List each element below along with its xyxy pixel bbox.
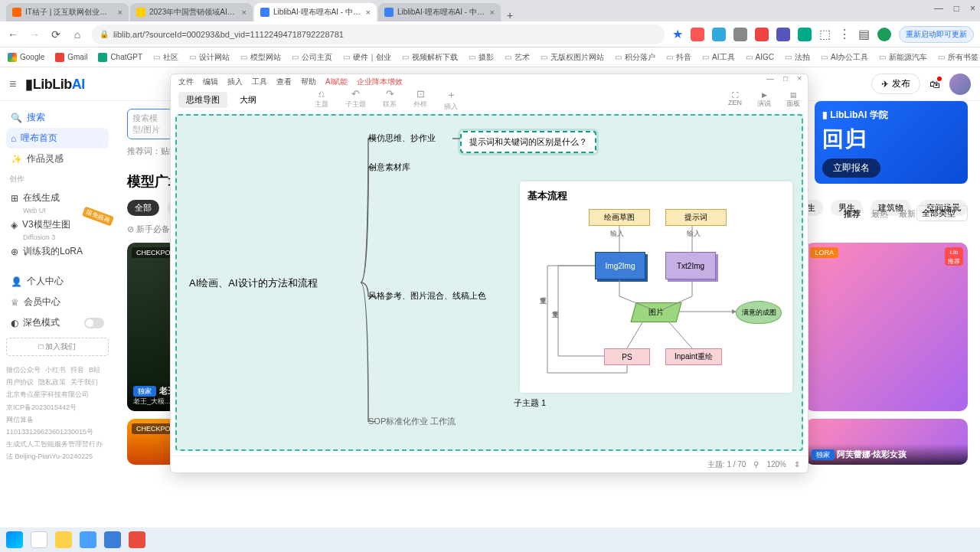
find-icon[interactable]: ⚲ (753, 460, 759, 469)
tool-zen[interactable]: ⛶ZEN (728, 91, 742, 109)
user-avatar[interactable] (949, 73, 971, 95)
mm-branch-node[interactable]: 风格参考、图片混合、线稿上色 (368, 290, 486, 302)
menu-edit[interactable]: 编辑 (203, 77, 218, 87)
footer-link[interactable]: 用户协议 (6, 378, 34, 386)
close-icon[interactable]: × (366, 8, 371, 17)
browser-tab-active[interactable]: LiblibAI·哩布哩布AI - 中国领...× (254, 3, 377, 21)
flow-box-inpaint[interactable]: Inpaint重绘 (665, 348, 722, 365)
extension-icon[interactable] (776, 28, 790, 41)
promo-banner[interactable]: ▮ LibLibAI 学院 回归 立即报名 (815, 101, 968, 184)
search-input[interactable]: 搜索模型/图片 (127, 109, 173, 139)
model-card[interactable]: LORA Lib 推荐 (805, 243, 968, 411)
maximize-icon[interactable]: □ (954, 3, 959, 14)
sidebar-v3[interactable]: ◈ V3模型生图限免插画 (6, 214, 109, 235)
publish-button[interactable]: ✈ 发布 (871, 73, 920, 94)
mm-editing-node[interactable]: 提示词和关键词的区别是什么？ (460, 131, 596, 153)
close-icon[interactable]: × (490, 8, 495, 17)
browser-tab[interactable]: LiblibAI·哩布哩布AI - 中国领...× (378, 3, 501, 21)
maximize-icon[interactable]: □ (783, 74, 788, 83)
forward-icon[interactable]: → (28, 28, 41, 41)
taskbar-app-icon[interactable] (104, 531, 121, 548)
bookmark-folder[interactable]: AI工具 (702, 52, 734, 63)
sidebar-lora[interactable]: ⊕ 训练我的LoRA (6, 241, 109, 262)
sidebar-darkmode[interactable]: ◐ 深色模式 (6, 312, 109, 333)
tab-mindmap[interactable]: 思维导图 (178, 92, 227, 108)
menu-help[interactable]: 帮助 (301, 77, 316, 87)
tool-link[interactable]: ↷联系 (383, 88, 397, 112)
bookmark-folder[interactable]: 无版权图片网站 (541, 52, 604, 63)
sub-filter-item[interactable]: ⊘ 新手必备 (127, 224, 170, 235)
bookmark-folder[interactable]: 艺术 (505, 52, 530, 63)
flow-box-txt2img[interactable]: Txt2Img (665, 252, 716, 279)
join-us-button[interactable]: □ 加入我们 (6, 338, 109, 356)
model-card[interactable]: 独家 阿芙蕾娜·炫彩女孩 (805, 419, 968, 465)
update-button[interactable]: 重新启动即可更新 (899, 26, 974, 43)
bookmark-all[interactable]: 所有书签 (938, 52, 978, 63)
footer-link[interactable]: 小红书 (45, 366, 66, 374)
flow-box-img2img[interactable]: Img2Img (595, 252, 645, 279)
extension-icon[interactable] (798, 28, 812, 41)
extension-icon[interactable] (755, 28, 769, 41)
mm-branch-node[interactable]: 创意素材库 (368, 162, 410, 173)
footer-link[interactable]: 隐私政策 (38, 378, 66, 386)
tool-insert[interactable]: ＋插入 (444, 88, 458, 112)
flow-box-prompt[interactable]: 提示词 (665, 209, 727, 226)
sidebar-search[interactable]: 🔍 搜索 (6, 107, 109, 128)
type-select[interactable]: 全部类型 ˅ (916, 205, 968, 221)
tool-panel[interactable]: ▤面板 (786, 91, 800, 109)
bookmark-folder[interactable]: 硬件｜创业 (343, 52, 391, 63)
minimize-icon[interactable]: — (766, 74, 774, 83)
bookmark-folder[interactable]: AI办公工具 (821, 52, 868, 63)
menu-insert[interactable]: 插入 (227, 77, 243, 87)
tool-subtheme[interactable]: ↶子主题 (345, 88, 366, 112)
bookmark-item[interactable]: ChatGPT (98, 53, 142, 62)
taskbar-app-icon[interactable] (31, 531, 47, 548)
mindmap-canvas[interactable]: AI绘画、AI设计的方法和流程 模仿思维、抄作业 创意素材库 风格参考、图片混合… (175, 114, 803, 451)
tool-present[interactable]: ▶演说 (757, 91, 771, 109)
close-icon[interactable]: × (242, 8, 247, 17)
bookmark-item[interactable]: Google (8, 53, 44, 62)
sidepanel-icon[interactable]: ▤ (858, 27, 870, 41)
reload-icon[interactable]: ⟳ (49, 28, 63, 41)
taskbar-app-icon[interactable] (55, 531, 72, 548)
bookmark-folder[interactable]: 积分落户 (615, 52, 655, 63)
mm-root-node[interactable]: AI绘画、AI设计的方法和流程 (185, 275, 322, 292)
footer-link[interactable]: 京ICP备2023015442号 (6, 401, 109, 413)
sidebar-online-gen[interactable]: ⊞ 在线生成 (6, 188, 109, 208)
minimize-icon[interactable]: — (934, 3, 943, 14)
sidebar-inspiration[interactable]: ✨ 作品灵感 (6, 149, 109, 169)
bookmark-item[interactable]: Gmail (55, 53, 87, 62)
taskbar-app-icon[interactable] (129, 531, 145, 548)
tab-outline[interactable]: 大纲 (232, 92, 264, 108)
menu-tools[interactable]: 工具 (252, 77, 267, 87)
bookmark-folder[interactable]: 视频解析下载 (402, 52, 458, 63)
menu-file[interactable]: 文件 (178, 77, 194, 87)
browser-tab[interactable]: IT桔子 | 泛互联网创业投资项目...× (6, 3, 129, 21)
menu-view[interactable]: 查看 (276, 77, 292, 87)
bookmark-folder[interactable]: 法拍 (785, 52, 810, 63)
star-icon[interactable]: ★ (672, 27, 683, 41)
start-icon[interactable] (6, 531, 23, 548)
zoom-stepper-icon[interactable]: ⇕ (794, 460, 800, 469)
menu-enterprise[interactable]: 企业降本增效 (357, 77, 403, 87)
home-icon[interactable]: ⌂ (70, 28, 84, 41)
mm-branch-node[interactable]: 模仿思维、抄作业 (368, 132, 436, 144)
menu-icon[interactable]: ⋮ (838, 27, 851, 41)
bookmark-folder[interactable]: 公司主页 (292, 52, 332, 63)
tool-outline[interactable]: ⊡外框 (413, 88, 427, 112)
bookmark-folder[interactable]: 社区 (153, 52, 178, 63)
bookmark-folder[interactable]: AIGC (746, 53, 774, 61)
flow-box-sketch[interactable]: 绘画草图 (589, 209, 650, 226)
sidebar-home[interactable]: ⌂ 哩布首页 (6, 128, 109, 149)
bookmark-folder[interactable]: 抖音 (666, 52, 691, 63)
profile-avatar[interactable] (877, 28, 891, 41)
close-icon[interactable]: × (118, 8, 122, 17)
back-icon[interactable]: ← (6, 28, 20, 41)
extension-icon[interactable] (691, 28, 704, 41)
tool-theme[interactable]: ⎌主题 (315, 88, 328, 112)
flow-box-result[interactable]: 满意的成图 (736, 301, 782, 324)
bookmark-folder[interactable]: 摄影 (469, 52, 494, 63)
browser-tab[interactable]: 2023年中国营销领域AIGC技...× (130, 3, 253, 21)
footer-link[interactable]: 抖音 (70, 366, 84, 374)
filter-chip[interactable]: 全部 (127, 200, 159, 216)
